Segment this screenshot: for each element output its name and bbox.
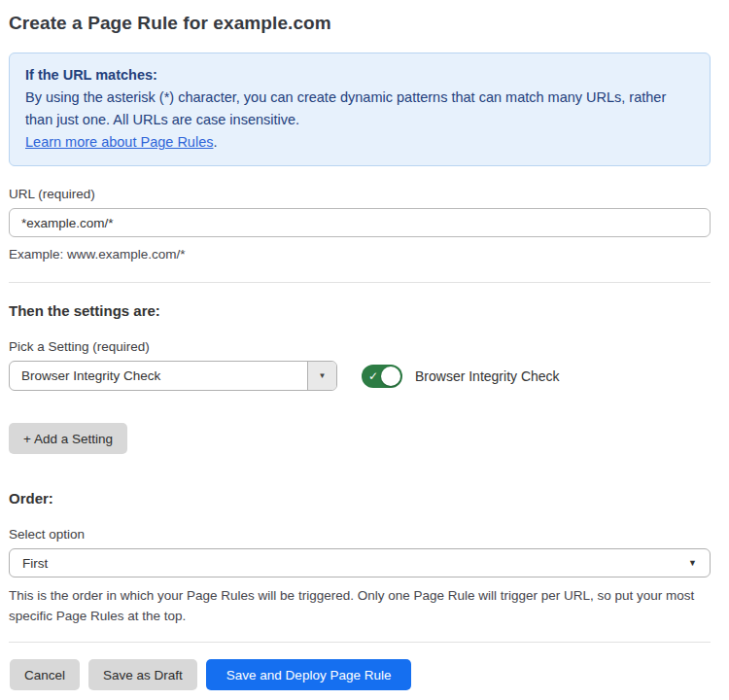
cancel-button[interactable]: Cancel — [10, 659, 80, 690]
order-select-value: First — [22, 556, 688, 571]
url-field-label: URL (required) — [9, 187, 711, 201]
order-select[interactable]: First ▼ — [9, 548, 711, 578]
setting-select[interactable]: Browser Integrity Check ▼ — [9, 361, 337, 391]
link-suffix: . — [213, 134, 217, 150]
chevron-down-icon[interactable]: ▼ — [307, 362, 336, 390]
save-as-draft-button[interactable]: Save as Draft — [88, 659, 197, 690]
toggle-knob — [381, 367, 400, 386]
check-icon: ✓ — [368, 368, 378, 382]
save-and-deploy-button[interactable]: Save and Deploy Page Rule — [206, 659, 412, 690]
page-title: Create a Page Rule for example.com — [9, 13, 711, 34]
settings-section-heading: Then the settings are: — [9, 302, 711, 319]
order-section-heading: Order: — [9, 490, 711, 507]
footer-actions: Cancel Save as Draft Save and Deploy Pag… — [9, 659, 711, 690]
setting-select-value: Browser Integrity Check — [10, 362, 307, 390]
url-input[interactable] — [9, 208, 711, 237]
url-example-helper: Example: www.example.com/* — [9, 244, 711, 264]
page-rule-form: Create a Page Rule for example.com If th… — [0, 0, 729, 690]
divider — [9, 642, 711, 643]
order-select-label: Select option — [9, 527, 711, 542]
pick-setting-label: Pick a Setting (required) — [9, 339, 711, 354]
toggle-label: Browser Integrity Check — [415, 368, 560, 384]
setting-row: Browser Integrity Check ▼ ✓ Browser Inte… — [9, 361, 711, 391]
setting-toggle[interactable]: ✓ — [362, 365, 402, 388]
add-setting-button[interactable]: + Add a Setting — [9, 423, 127, 454]
info-box-body: By using the asterisk (*) character, you… — [25, 87, 694, 131]
info-box-heading: If the URL matches: — [25, 64, 694, 87]
info-box-link-line: Learn more about Page Rules. — [25, 131, 694, 154]
chevron-down-icon: ▼ — [688, 558, 697, 568]
learn-more-link[interactable]: Learn more about Page Rules — [25, 134, 213, 150]
url-matches-info-box: If the URL matches: By using the asteris… — [9, 52, 711, 166]
divider — [9, 282, 711, 283]
order-helper-text: This is the order in which your Page Rul… — [9, 585, 709, 626]
